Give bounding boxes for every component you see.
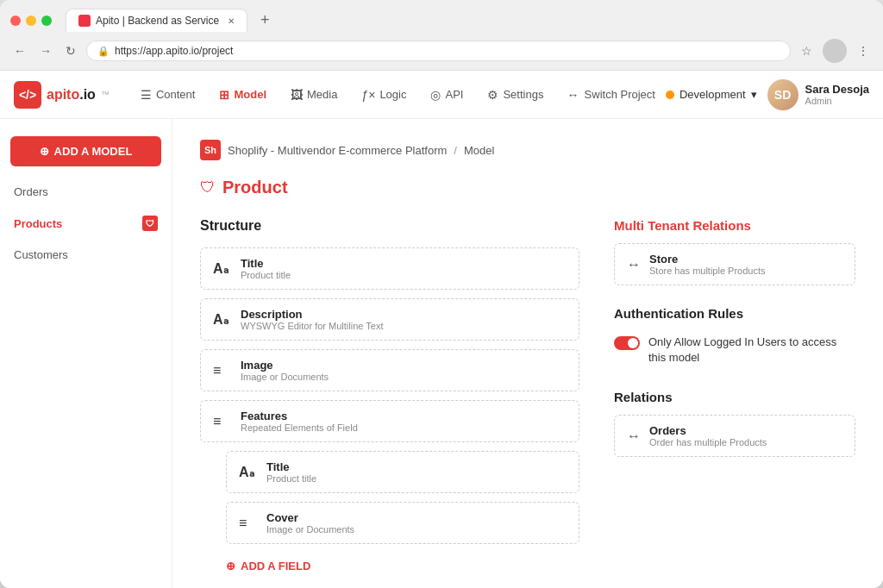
orders-relation-icon: ↔ [627,428,641,444]
field-title-name: Title [241,257,291,270]
breadcrumb-logo: Sh [200,140,221,160]
refresh-button[interactable]: ↻ [62,42,79,59]
nested-title-name: Title [266,460,316,473]
field-features-info: Features Repeated Elements of Field [241,410,358,433]
two-col-layout: Structure Aₐ Title Product title Aₐ [200,218,855,579]
user-role: Admin [805,96,869,106]
field-description-info: Description WYSWYG Editor for Multiline … [241,308,383,331]
relation-orders[interactable]: ↔ Orders Order has multiple Products [614,415,855,457]
orders-label: Orders [14,185,48,198]
field-image[interactable]: ≡ Image Image or Documents [200,349,579,391]
tab-favicon [78,15,91,27]
tab-close-icon[interactable]: ✕ [228,16,235,26]
nav-logic-label: Logic [379,88,406,101]
logic-icon: ƒ× [361,88,375,102]
environment-label: Development [679,88,746,101]
browser-window: Apito | Backend as Service ✕ + ← → ↻ 🔒 h… [0,0,883,588]
add-field-label: ADD A FIELD [241,560,310,572]
close-button[interactable] [10,16,21,26]
orders-name: Orders [649,424,767,437]
nav-content[interactable]: ☰ Content [130,83,206,107]
environment-badge[interactable]: Development ▾ [666,88,757,101]
back-button[interactable]: ← [10,42,29,59]
logo-text: apito.io [47,87,96,103]
titlebar: Apito | Backend as Service ✕ + [10,9,873,32]
user-name: Sara Desoja [805,83,869,96]
nav-model[interactable]: ⊞ Model [209,83,277,107]
store-relation-info: Store Store has multiple Products [649,253,766,276]
nav-model-label: Model [234,88,266,101]
auth-title: Authentication Rules [614,306,855,321]
minimize-button[interactable] [26,16,36,26]
nav-settings[interactable]: ⚙ Settings [477,83,554,107]
sidebar-item-orders[interactable]: Orders [0,177,172,207]
nav-api-label: API [445,88,463,101]
relations-title: Relations [614,390,855,404]
switch-project-label: Switch Project [585,88,655,101]
top-nav: </> apito.io ™ ☰ Content ⊞ Model 🖼 Media [0,71,883,119]
switch-icon: ↔ [567,88,579,102]
new-tab-button[interactable]: + [254,10,275,31]
orders-desc: Order has multiple Products [649,437,767,447]
sidebar-item-customers[interactable]: Customers [0,240,172,270]
user-info: Sara Desoja Admin [805,83,869,106]
menu-icon[interactable]: ⋮ [854,42,873,59]
add-model-label: ADD A MODEL [54,145,133,158]
nav-right: ↔ Switch Project Development ▾ SD Sara D… [567,79,869,110]
sidebar-item-orders-left: Orders [14,185,48,198]
nav-logic[interactable]: ƒ× Logic [351,83,416,107]
field-description[interactable]: Aₐ Description WYSWYG Editor for Multili… [200,298,579,341]
nav-items: ☰ Content ⊞ Model 🖼 Media ƒ× Logic ◎ [130,83,567,107]
features-field-icon: ≡ [213,414,232,429]
cover-field-icon: ≡ [239,516,258,531]
field-features[interactable]: ≡ Features Repeated Elements of Field [200,400,579,442]
url-bar[interactable]: 🔒 https://app.apito.io/project [86,41,791,61]
main-layout: ⊕ ADD A MODEL Orders Products 🛡 C [0,119,883,588]
left-column: Structure Aₐ Title Product title Aₐ [200,218,579,579]
field-description-desc: WYSWYG Editor for Multiline Text [241,321,383,331]
user-area: SD Sara Desoja Admin [767,79,869,110]
breadcrumb-separator: / [454,144,457,157]
sidebar: ⊕ ADD A MODEL Orders Products 🛡 C [0,119,172,588]
logo-brand: apito [47,87,79,102]
maximize-button[interactable] [41,16,52,26]
nested-text-icon: Aₐ [239,464,258,480]
auth-section: Authentication Rules Only Allow Logged I… [614,306,855,369]
switch-project-button[interactable]: ↔ Switch Project [567,88,655,102]
nested-cover-info: Cover Image or Documents [266,511,354,535]
nested-title-desc: Product title [266,473,316,484]
breadcrumb-section: Model [464,144,494,157]
wysiwyg-field-icon: Aₐ [213,311,232,328]
app-container: </> apito.io ™ ☰ Content ⊞ Model 🖼 Media [0,71,883,588]
url-text: https://app.apito.io/project [115,45,233,57]
content-area: Sh Shoplify - Multivendor E-commerce Pla… [172,119,883,588]
right-column: Multi Tenant Relations ↔ Store Store has… [614,218,855,579]
nested-field-cover[interactable]: ≡ Cover Image or Documents [226,502,579,544]
page-header: 🛡 Product [200,178,855,197]
relations-section: Relations ↔ Orders Order has multiple Pr… [614,390,855,457]
field-description-name: Description [241,308,383,321]
media-icon: 🖼 [291,88,303,102]
structure-title: Structure [200,218,579,234]
nav-api[interactable]: ◎ API [420,83,473,107]
nav-media[interactable]: 🖼 Media [280,83,348,107]
user-icon [823,39,847,63]
tab-title: Apito | Backend as Service [96,15,219,27]
content-icon: ☰ [141,88,152,102]
auth-toggle[interactable] [614,336,640,350]
nested-field-title[interactable]: Aₐ Title Product title [226,451,579,493]
field-image-desc: Image or Documents [241,372,329,382]
store-name: Store [649,253,766,266]
relation-store[interactable]: ↔ Store Store has multiple Products [614,243,855,285]
nested-cover-desc: Image or Documents [266,524,354,535]
customers-label: Customers [14,248,68,261]
forward-button[interactable]: → [36,42,55,59]
field-image-name: Image [241,359,329,372]
field-title[interactable]: Aₐ Title Product title [200,247,579,290]
add-field-button[interactable]: ⊕ ADD A FIELD [226,553,579,579]
sidebar-item-products[interactable]: Products 🛡 [0,207,172,240]
bookmark-icon[interactable]: ☆ [798,42,816,59]
shield-page-icon: 🛡 [200,178,216,197]
add-model-button[interactable]: ⊕ ADD A MODEL [10,136,161,166]
browser-tab[interactable]: Apito | Backend as Service ✕ [66,9,247,32]
